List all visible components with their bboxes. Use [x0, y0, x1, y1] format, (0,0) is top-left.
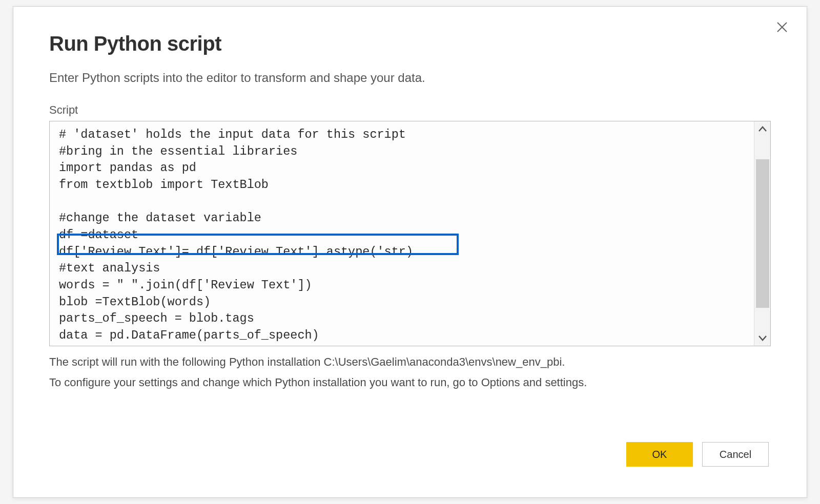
chevron-down-icon — [758, 334, 767, 342]
dialog-button-row: OK Cancel — [49, 442, 771, 477]
scroll-up-button[interactable] — [758, 121, 767, 137]
info-line-install-path: The script will run with the following P… — [49, 353, 771, 371]
script-editor-container: # 'dataset' holds the input data for thi… — [49, 121, 771, 346]
run-python-script-dialog: Run Python script Enter Python scripts i… — [13, 6, 807, 498]
dialog-title: Run Python script — [49, 32, 771, 55]
info-text-block: The script will run with the following P… — [49, 353, 771, 394]
close-button[interactable] — [772, 17, 792, 37]
chevron-up-icon — [758, 125, 767, 133]
close-icon — [776, 22, 788, 33]
dialog-subtitle: Enter Python scripts into the editor to … — [49, 71, 771, 85]
scroll-down-button[interactable] — [758, 330, 767, 346]
dialog-content: Run Python script Enter Python scripts i… — [13, 7, 807, 497]
info-line-settings-hint: To configure your settings and change wh… — [49, 374, 771, 391]
script-editor[interactable]: # 'dataset' holds the input data for thi… — [50, 121, 754, 346]
scrollbar-vertical[interactable] — [754, 121, 770, 346]
cancel-button[interactable]: Cancel — [702, 442, 769, 467]
ok-button[interactable]: OK — [626, 442, 693, 467]
scroll-thumb[interactable] — [756, 159, 769, 308]
script-field-label: Script — [49, 103, 771, 117]
